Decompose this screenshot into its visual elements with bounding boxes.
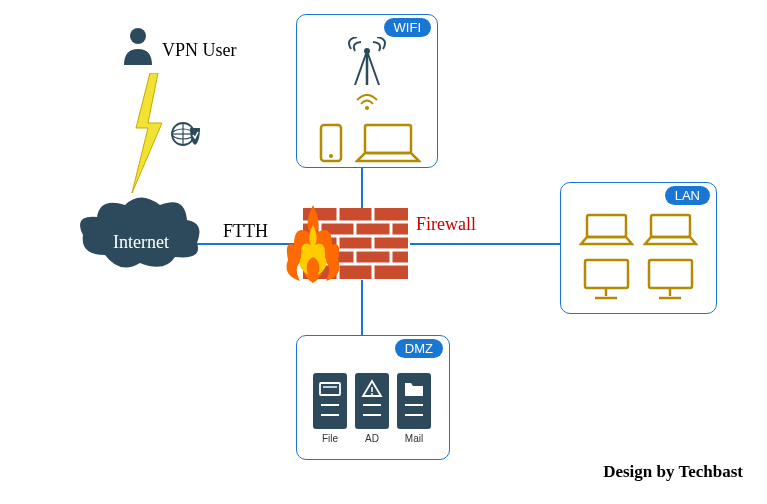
svg-point-27 xyxy=(365,106,369,110)
server-mail-icon xyxy=(397,373,431,429)
svg-line-25 xyxy=(355,51,367,85)
zone-tag-lan: LAN xyxy=(665,186,710,205)
svg-rect-36 xyxy=(649,260,692,288)
zone-wifi: WIFI xyxy=(296,14,438,168)
server-ad-label: AD xyxy=(355,433,389,444)
internet-label: Internet xyxy=(113,232,169,253)
desktop-icon-lan1 xyxy=(579,258,634,306)
firewall-label: Firewall xyxy=(416,214,476,235)
antenna-icon xyxy=(345,37,389,91)
globe-shield-icon xyxy=(170,120,204,152)
svg-rect-30 xyxy=(365,125,411,153)
svg-rect-32 xyxy=(651,215,690,237)
vpn-user-label: VPN User xyxy=(162,40,237,61)
lightning-icon xyxy=(128,73,168,197)
zone-tag-wifi: WIFI xyxy=(384,18,431,37)
flame-icon xyxy=(282,205,344,289)
conn-wifi-firewall xyxy=(361,167,363,212)
svg-rect-31 xyxy=(587,215,626,237)
vpn-user-icon xyxy=(120,25,156,69)
phone-icon xyxy=(319,123,343,167)
conn-firewall-lan xyxy=(410,243,560,245)
svg-point-45 xyxy=(371,393,373,395)
laptop-icon-lan1 xyxy=(579,213,634,251)
server-file-label: File xyxy=(313,433,347,444)
svg-point-0 xyxy=(130,28,146,44)
laptop-icon-lan2 xyxy=(643,213,698,251)
svg-point-29 xyxy=(329,154,333,158)
svg-marker-1 xyxy=(132,73,162,193)
conn-firewall-dmz xyxy=(361,280,363,335)
svg-rect-39 xyxy=(320,383,340,395)
svg-rect-33 xyxy=(585,260,628,288)
server-file-icon xyxy=(313,373,347,429)
ftth-label: FTTH xyxy=(223,221,268,242)
server-mail-label: Mail xyxy=(397,433,431,444)
credit-label: Design by Techbast xyxy=(603,462,743,482)
wifi-signal-icon xyxy=(355,93,379,117)
laptop-icon xyxy=(355,123,421,169)
zone-dmz: DMZ File AD Mail xyxy=(296,335,450,460)
desktop-icon-lan2 xyxy=(643,258,698,306)
zone-tag-dmz: DMZ xyxy=(395,339,443,358)
server-ad-icon xyxy=(355,373,389,429)
zone-lan: LAN xyxy=(560,182,717,314)
svg-line-26 xyxy=(367,51,379,85)
